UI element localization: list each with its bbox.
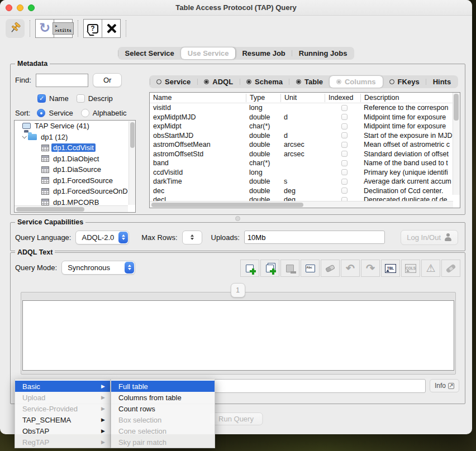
insert-table-button[interactable]: TBL (381, 260, 400, 277)
tree-item[interactable]: dp1.DiaObject (15, 153, 135, 165)
cell-description: Name of the band used to t (360, 159, 453, 167)
detail-tab[interactable]: FKeys (383, 76, 426, 88)
submenu-item[interactable]: Columns from table ▶ (111, 392, 215, 403)
tree-item[interactable]: dp1.CcdVisit (15, 142, 135, 153)
main-tab[interactable]: Running Jobs (292, 47, 354, 59)
cell-name: astromOffsetStd (150, 150, 246, 158)
tool-icon (326, 266, 335, 271)
detail-tab[interactable]: Service (150, 76, 197, 88)
menu-item[interactable]: Upload ▶ (15, 392, 110, 403)
table-row[interactable]: astromOffsetMean double arcsec Mean offs… (150, 140, 453, 150)
menu-item[interactable]: TAP_SCHEMA ▶ (15, 414, 110, 425)
close-icon (106, 23, 117, 34)
submenu-item[interactable]: Sky pair match ▶ (111, 436, 215, 448)
submenu-item[interactable]: Cone selection ▶ (111, 425, 215, 436)
tree-item[interactable]: dp1.DiaSource (15, 164, 135, 175)
rename-tab-button[interactable] (301, 260, 320, 277)
submenu-item[interactable]: Box selection ▶ (111, 414, 215, 425)
find-input[interactable] (36, 74, 88, 87)
column-header-name[interactable]: Name (150, 94, 246, 102)
copy-tab-button[interactable] (260, 260, 279, 277)
cell-type: double (246, 141, 280, 148)
example-info-button[interactable]: Info ↗ (430, 379, 459, 392)
column-header-indexed[interactable]: Indexed (325, 94, 360, 102)
parse-errors-button[interactable]: ⚠ (421, 260, 440, 277)
query-language-label: Query Language: (15, 233, 71, 242)
cell-indexed (325, 123, 360, 129)
menu-item[interactable]: Service-Provided ▶ (15, 403, 110, 414)
detail-tab[interactable]: Table (289, 76, 330, 88)
sort-radio[interactable]: Alphabetic (81, 109, 127, 117)
table-horizontal-scrollbar[interactable] (150, 201, 453, 208)
table-row[interactable]: visitId long Reference to the correspon (150, 103, 453, 113)
table-row[interactable]: obsStartMJD double d Start of the exposu… (150, 131, 453, 141)
find-logic-toggle-button[interactable]: Or (93, 73, 122, 87)
submenu-item[interactable]: Full table ▶ (111, 381, 215, 392)
redo-button[interactable]: ↷ (361, 260, 380, 277)
uploads-field[interactable] (244, 231, 385, 244)
max-rows-spinner[interactable] (182, 231, 202, 244)
tree-node-icon (41, 166, 49, 173)
menu-item[interactable]: ObsTAP ▶ (15, 425, 110, 436)
table-row[interactable]: band char(*) Name of the band used to t (150, 159, 453, 168)
main-tab[interactable]: Use Service (181, 47, 236, 59)
detail-tab[interactable]: Schema (240, 76, 289, 88)
adql-text-area[interactable] (22, 300, 454, 371)
tree-horizontal-scrollbar[interactable] (15, 205, 128, 212)
expand-chevron-icon[interactable] (22, 134, 26, 138)
split-pane-handle[interactable] (235, 216, 240, 221)
menu-item[interactable]: Basic ▶ (15, 381, 110, 392)
tree-item[interactable]: dp1.ForcedSourceOnD (15, 186, 135, 197)
main-tab[interactable]: Select Service (118, 47, 181, 59)
stilts-button[interactable]: > >stilts (54, 19, 73, 38)
menu-item[interactable]: RegTAP ▶ (15, 436, 110, 448)
column-header-unit[interactable]: Unit (280, 94, 325, 102)
clear-text-button[interactable] (321, 260, 340, 277)
table-row[interactable]: expMidptMJD double d Midpoint time for e… (150, 113, 453, 122)
find-filter-checkbox[interactable]: Descrip (77, 94, 113, 103)
query-language-select[interactable]: ADQL-2.0 (75, 231, 129, 244)
table-row[interactable]: dec double deg Declination of Ccd center… (150, 186, 453, 196)
reload-button[interactable]: ↻ (35, 19, 54, 38)
cell-description: Midpoint time for exposure (360, 113, 453, 121)
tree-vertical-scrollbar[interactable] (128, 121, 135, 205)
menu-item-label: TAP_SCHEMA (22, 416, 71, 424)
table-row[interactable]: expMidpt char(*) Midpoint time for expos… (150, 122, 453, 131)
sort-radio[interactable]: Service (37, 109, 73, 117)
detail-tab[interactable]: ADQL (197, 76, 240, 88)
column-header-type[interactable]: Type (246, 94, 280, 102)
cell-name: expMidptMJD (150, 113, 246, 121)
tool-icon: TBL (385, 264, 396, 273)
query-mode-select[interactable]: Synchronous (61, 261, 135, 275)
remove-tab-button[interactable] (280, 260, 299, 277)
cell-indexed (325, 114, 360, 120)
external-link-icon: ↗ (448, 383, 454, 389)
table-row[interactable]: darkTime double s Average dark current a… (150, 177, 453, 186)
insert-columns-button[interactable]: COLS (401, 260, 420, 277)
tree-item[interactable]: dp1.ForcedSource (15, 175, 135, 186)
detail-tab[interactable]: Hints (426, 76, 458, 88)
fix-text-button[interactable] (441, 260, 460, 277)
undo-button[interactable]: ↶ (341, 260, 360, 277)
help-button[interactable]: ? (83, 19, 102, 38)
find-filter-checkbox[interactable]: Name (37, 94, 69, 103)
tap-query-window: Table Access Protocol (TAP) Query ↻ > >s… (0, 0, 472, 434)
indexed-checkbox-icon (341, 188, 348, 194)
close-button[interactable] (102, 19, 121, 38)
detail-tab-label: Table (304, 78, 323, 86)
tree-item[interactable]: TAP Service (41) (15, 121, 135, 132)
main-tab[interactable]: Resume Job (235, 47, 292, 59)
tab-state-icon (246, 79, 251, 84)
add-tab-button[interactable] (240, 260, 259, 277)
keep-window-button[interactable] (6, 19, 25, 38)
submenu-item[interactable]: Count rows ▶ (111, 403, 215, 414)
table-row[interactable]: astromOffsetStd double arcsec Standard d… (150, 150, 453, 159)
table-vertical-scrollbar[interactable] (453, 93, 460, 195)
column-header-description[interactable]: Description (360, 94, 460, 102)
adql-text-tab-1[interactable]: 1 (231, 283, 245, 298)
log-in-out-button[interactable]: Log In/Out (401, 230, 458, 245)
run-query-button[interactable]: Run Query (209, 412, 263, 425)
detail-tab[interactable]: Columns (330, 76, 383, 88)
table-row[interactable]: ccdVisitId long Primary key (unique iden… (150, 168, 453, 177)
tree-item[interactable]: dp1 (12) (15, 132, 135, 143)
